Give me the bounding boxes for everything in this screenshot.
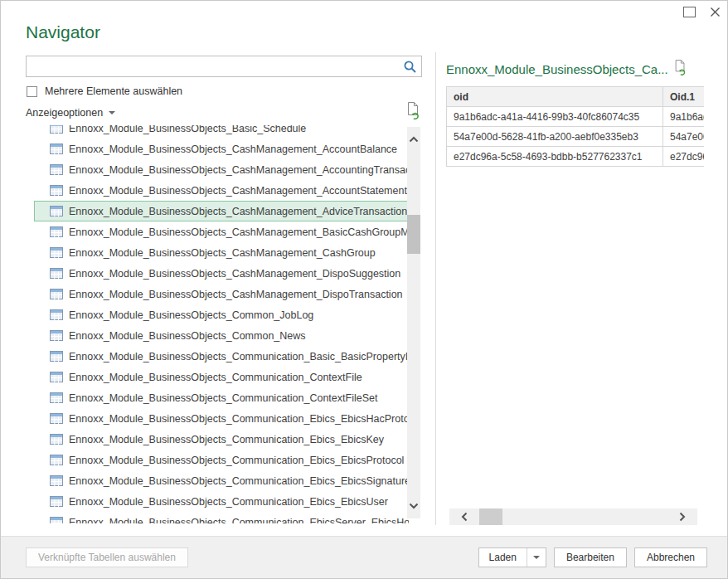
table-row[interactable]: e27dc96a-5c58-4693-bdbb-b527762337c1 e27… [447, 147, 705, 167]
table-icon [50, 392, 63, 403]
table-icon [50, 268, 63, 279]
list-item[interactable]: Ennoxx_Module_BusinessObjects_Communicat… [34, 450, 409, 470]
table-row[interactable]: 54a7e00d-5628-41fb-a200-aebf0e335eb3 54a… [447, 127, 705, 147]
list-item-label: Ennoxx_Module_BusinessObjects_Communicat… [69, 455, 404, 466]
list-item-label: Ennoxx_Module_BusinessObjects_Communicat… [69, 434, 384, 445]
list-item[interactable]: Ennoxx_Module_BusinessObjects_CashManage… [34, 159, 409, 180]
table-icon [50, 413, 63, 424]
list-item-label: Ennoxx_Module_BusinessObjects_CashManage… [69, 164, 409, 176]
cell-oid1: 54a7e00d-5628-4 [663, 127, 705, 147]
list-item-label: Ennoxx_Module_BusinessObjects_CashManage… [69, 185, 407, 197]
chevron-left-icon[interactable] [454, 508, 474, 525]
list-item[interactable]: Ennoxx_Module_BusinessObjects_Communicat… [34, 512, 409, 523]
list-scrollbar-vertical[interactable] [407, 127, 420, 518]
list-item[interactable]: Ennoxx_Module_BusinessObjects_Communicat… [34, 491, 409, 512]
table-icon [50, 185, 63, 196]
search-icon[interactable] [403, 60, 417, 74]
table-icon [50, 289, 63, 299]
list-item[interactable]: Ennoxx_Module_BusinessObjects_Common_Job… [34, 304, 409, 325]
list-item[interactable]: Ennoxx_Module_BusinessObjects_CashManage… [34, 263, 409, 284]
scrollbar-thumb[interactable] [479, 508, 502, 525]
chevron-down-icon [533, 556, 540, 559]
table-row[interactable]: 9a1b6adc-a41a-4416-99b3-40fc86074c35 9a1… [447, 107, 705, 127]
list-item-label: Ennoxx_Module_BusinessObjects_Communicat… [69, 372, 362, 383]
refresh-list-icon[interactable] [405, 101, 421, 123]
list-item-label: Ennoxx_Module_BusinessObjects_Communicat… [69, 351, 409, 362]
column-header-oid1[interactable]: Oid.1 [663, 87, 705, 107]
chevron-down-icon[interactable] [407, 497, 420, 515]
list-item[interactable]: Ennoxx_Module_BusinessObjects_Communicat… [34, 408, 409, 429]
list-item[interactable]: Ennoxx_Module_BusinessObjects_Communicat… [34, 429, 409, 450]
preview-header: Ennoxx_Module_BusinessObjects_Ca... [446, 59, 704, 79]
list-item[interactable]: Ennoxx_Module_BusinessObjects_Communicat… [34, 346, 409, 367]
list-item[interactable]: Ennoxx_Module_BusinessObjects_Communicat… [34, 470, 409, 491]
chevron-down-icon [109, 111, 115, 114]
list-item[interactable]: Ennoxx_Module_BusinessObjects_Communicat… [34, 387, 409, 408]
multi-select-checkbox[interactable] [27, 86, 37, 97]
table-icon [50, 351, 63, 362]
list-item[interactable]: Ennoxx_Module_BusinessObjects_CashManage… [34, 221, 409, 242]
table-icon [50, 455, 63, 465]
panel-divider [435, 52, 436, 525]
list-item[interactable]: Ennoxx_Module_BusinessObjects_Communicat… [34, 367, 409, 387]
close-icon[interactable] [709, 6, 721, 17]
select-linked-tables-button[interactable]: Verknüpfte Tabellen auswählen [26, 547, 188, 567]
list-item-label: Ennoxx_Module_BusinessObjects_Communicat… [69, 392, 377, 404]
list-item-label: Ennoxx_Module_BusinessObjects_Communicat… [69, 413, 409, 425]
list-item[interactable]: Ennoxx_Module_BusinessObjects_CashManage… [34, 180, 409, 201]
chevron-up-icon[interactable] [407, 130, 420, 148]
cancel-button[interactable]: Abbrechen [634, 547, 707, 567]
list-item[interactable]: Ennoxx_Module_BusinessObjects_Basic_Sche… [34, 125, 409, 139]
list-item[interactable]: Ennoxx_Module_BusinessObjects_CashManage… [34, 242, 409, 263]
dialog-footer: Verknüpfte Tabellen auswählen Laden Bear… [1, 536, 728, 579]
list-item[interactable]: Ennoxx_Module_BusinessObjects_CashManage… [34, 284, 409, 304]
load-button[interactable]: Laden [479, 548, 527, 567]
table-list: Ennoxx_Module_BusinessObjects_Basic_Sche… [34, 125, 409, 523]
preview-table-container: oid Oid.1 9a1b6adc-a41a-4416-99b3-40fc86… [446, 86, 704, 167]
preview-title: Ennoxx_Module_BusinessObjects_Ca... [446, 62, 668, 76]
list-item-label: Ennoxx_Module_BusinessObjects_CashManage… [69, 206, 407, 217]
table-icon [50, 496, 63, 507]
maximize-icon[interactable] [683, 7, 696, 17]
table-icon [50, 309, 63, 320]
column-header-oid[interactable]: oid [447, 87, 663, 107]
list-item[interactable]: Ennoxx_Module_BusinessObjects_CashManage… [34, 201, 409, 221]
search-input[interactable] [30, 57, 398, 77]
window-controls [683, 6, 721, 17]
list-item-label: Ennoxx_Module_BusinessObjects_Common_New… [69, 330, 306, 342]
header-row: oid Oid.1 [447, 87, 705, 107]
list-item-label: Ennoxx_Module_BusinessObjects_CashManage… [69, 268, 400, 280]
list-item-label: Ennoxx_Module_BusinessObjects_Communicat… [69, 496, 388, 508]
table-icon [50, 164, 63, 175]
navigator-dialog: Navigator Mehrere Elemente auswählen Anz… [0, 0, 728, 579]
cell-oid1: e27dc96a-5c58-4 [663, 147, 705, 167]
table-icon [50, 226, 63, 237]
page-title: Navigator [26, 22, 100, 42]
preview-table: oid Oid.1 9a1b6adc-a41a-4416-99b3-40fc86… [446, 86, 704, 167]
list-item-label: Ennoxx_Module_BusinessObjects_CashManage… [69, 247, 376, 259]
edit-button[interactable]: Bearbeiten [554, 547, 627, 567]
cell-oid1: 9a1b6adc-a41a-4 [663, 107, 705, 127]
list-item-label: Ennoxx_Module_BusinessObjects_Common_Job… [69, 309, 313, 321]
table-icon [50, 475, 63, 486]
preview-scrollbar-horizontal[interactable] [449, 508, 697, 525]
multi-select-label: Mehrere Elemente auswählen [45, 85, 182, 97]
table-icon [50, 144, 63, 154]
scrollbar-thumb[interactable] [407, 215, 420, 254]
cell-oid: e27dc96a-5c58-4693-bdbb-b527762337c1 [447, 147, 663, 167]
cell-oid: 54a7e00d-5628-41fb-a200-aebf0e335eb3 [447, 127, 663, 147]
chevron-right-icon[interactable] [672, 508, 692, 525]
refresh-preview-icon[interactable] [673, 59, 687, 79]
table-icon [50, 434, 63, 445]
cell-oid: 9a1b6adc-a41a-4416-99b3-40fc86074c35 [447, 107, 663, 127]
table-icon [50, 247, 63, 258]
load-dropdown-button[interactable] [527, 548, 546, 567]
display-options-dropdown[interactable]: Anzeigeoptionen [26, 107, 115, 119]
list-item[interactable]: Ennoxx_Module_BusinessObjects_Common_New… [34, 325, 409, 346]
list-item[interactable]: Ennoxx_Module_BusinessObjects_CashManage… [34, 139, 409, 159]
table-icon [50, 330, 63, 341]
multi-select-row[interactable]: Mehrere Elemente auswählen [27, 85, 182, 97]
load-split-button: Laden [478, 547, 546, 567]
display-options-label: Anzeigeoptionen [26, 107, 103, 119]
list-item-label: Ennoxx_Module_BusinessObjects_Communicat… [69, 517, 409, 524]
